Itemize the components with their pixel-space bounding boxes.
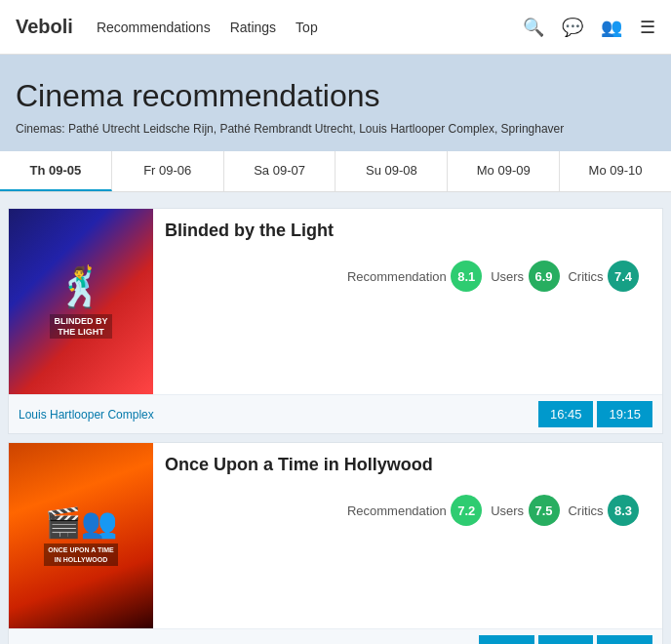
- showtime-btn-0-0-1[interactable]: 19:15: [597, 401, 652, 427]
- movie-top-1: 🎬👥 ONCE UPON A TIMEIN HOLLYWOOD Once Upo…: [9, 443, 662, 628]
- search-icon[interactable]: 🔍: [523, 17, 544, 38]
- recommendation-label-1: Recommendation: [347, 503, 447, 518]
- cinemas-list: Cinemas: Pathé Utrecht Leidsche Rijn, Pa…: [16, 122, 655, 136]
- recommendation-badge-1: 7.2: [451, 495, 482, 526]
- poster-title-1: ONCE UPON A TIMEIN HOLLYWOOD: [44, 543, 118, 565]
- movie-poster-1: 🎬👥 ONCE UPON A TIMEIN HOLLYWOOD: [9, 443, 153, 628]
- date-tab-5[interactable]: Mo 09-10: [560, 151, 671, 191]
- menu-icon[interactable]: ☰: [640, 17, 655, 38]
- users-badge-0: 6.9: [529, 261, 560, 292]
- movie-card-0: 🕺 BLINDED BYTHE LIGHT Blinded by the Lig…: [8, 208, 663, 434]
- chat-icon[interactable]: 💬: [562, 17, 583, 38]
- recommendation-label-0: Recommendation: [347, 269, 447, 284]
- movie-poster-0: 🕺 BLINDED BYTHE LIGHT: [9, 209, 153, 394]
- movie-title-1[interactable]: Once Upon a Time in Hollywood: [165, 455, 651, 475]
- hero-section: Cinema recommendations Cinemas: Pathé Ut…: [0, 55, 671, 151]
- scores-row-0: Recommendation 8.1 Users 6.9 Critics 7.4: [165, 253, 651, 300]
- header-icons: 🔍 💬 👥 ☰: [523, 17, 655, 38]
- poster-figure-1: 🎬👥: [45, 505, 117, 540]
- poster-title-0: BLINDED BYTHE LIGHT: [50, 314, 111, 340]
- showtime-btn-1-0-1[interactable]: 14:30: [538, 635, 594, 644]
- recommendation-badge-0: 8.1: [451, 261, 482, 292]
- critics-label-1: Critics: [568, 503, 603, 518]
- critics-badge-1: 8.3: [608, 495, 639, 526]
- movies-list: 🕺 BLINDED BYTHE LIGHT Blinded by the Lig…: [0, 192, 671, 644]
- logo: Veboli: [16, 16, 73, 38]
- date-tab-1[interactable]: Fr 09-06: [112, 151, 224, 191]
- user-icon[interactable]: 👥: [601, 17, 622, 38]
- nav-recommendations[interactable]: Recommendations: [97, 20, 211, 35]
- movie-info-1: Once Upon a Time in Hollywood Recommenda…: [153, 443, 662, 628]
- page-title: Cinema recommendations: [16, 78, 655, 114]
- cinemas-names: Pathé Utrecht Leidsche Rijn, Pathé Rembr…: [68, 122, 564, 136]
- date-tab-3[interactable]: Su 09-08: [336, 151, 448, 191]
- date-tab-4[interactable]: Mo 09-09: [448, 151, 560, 191]
- showtime-btn-1-0-0[interactable]: 10:30: [479, 635, 534, 644]
- users-badge-1: 7.5: [529, 495, 560, 526]
- header: Veboli Recommendations Ratings Top 🔍 💬 👥…: [0, 0, 671, 55]
- nav-ratings[interactable]: Ratings: [230, 20, 276, 35]
- cinema-name-0-0[interactable]: Louis Hartlooper Complex: [19, 408, 534, 422]
- movie-top-0: 🕺 BLINDED BYTHE LIGHT Blinded by the Lig…: [9, 209, 662, 394]
- showtime-btn-1-0-2[interactable]: 20:50: [597, 635, 652, 644]
- movie-info-0: Blinded by the Light Recommendation 8.1 …: [153, 209, 662, 394]
- users-label-0: Users: [491, 269, 524, 284]
- users-label-1: Users: [491, 503, 524, 518]
- date-tab-0[interactable]: Th 09-05: [0, 151, 112, 191]
- critics-badge-0: 7.4: [608, 261, 639, 292]
- date-tab-2[interactable]: Sa 09-07: [224, 151, 336, 191]
- showtime-btn-0-0-0[interactable]: 16:45: [538, 401, 594, 427]
- showtime-row-1-0: Pathé Utrecht Leidsche Rijn 10:30 14:30 …: [9, 628, 662, 644]
- movie-card-1: 🎬👥 ONCE UPON A TIMEIN HOLLYWOOD Once Upo…: [8, 442, 663, 644]
- movie-title-0[interactable]: Blinded by the Light: [165, 221, 651, 241]
- scores-row-1: Recommendation 7.2 Users 7.5 Critics 8.3: [165, 487, 651, 534]
- poster-figure-0: 🕺: [57, 264, 105, 310]
- cinemas-label: Cinemas:: [16, 122, 65, 136]
- critics-label-0: Critics: [568, 269, 603, 284]
- nav-top[interactable]: Top: [296, 20, 318, 35]
- date-tabs: Th 09-05 Fr 09-06 Sa 09-07 Su 09-08 Mo 0…: [0, 151, 671, 192]
- nav: Recommendations Ratings Top: [97, 20, 523, 35]
- showtime-row-0-0: Louis Hartlooper Complex 16:45 19:15: [9, 394, 662, 433]
